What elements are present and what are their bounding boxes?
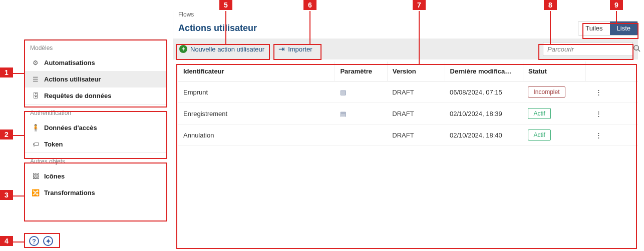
callout-4: 4: [0, 236, 13, 246]
cell-id: Enregistrement: [178, 103, 335, 124]
search-box[interactable]: [543, 42, 633, 56]
globe-icon[interactable]: ✦: [43, 236, 53, 246]
section-title: Authentification: [25, 104, 166, 120]
sidebar: Modèles ⚙ Automatisations ☰ Actions util…: [25, 39, 166, 201]
button-label: Nouvelle action utilisateur: [190, 46, 264, 53]
row-menu-button[interactable]: ⋮: [586, 124, 612, 146]
sidebar-item-requetes[interactable]: 🗄 Requêtes de données: [25, 88, 166, 104]
cell-modified: 02/10/2024, 18:40: [445, 124, 523, 146]
cell-modified: 02/10/2024, 18:39: [445, 103, 523, 124]
view-toggle: Tuiles Liste: [578, 21, 638, 36]
svg-line-1: [638, 50, 640, 52]
sidebar-item-icones[interactable]: 🖼 Icônes: [25, 168, 166, 184]
cell-id: Annulation: [178, 124, 335, 146]
cell-param: [335, 124, 387, 146]
cell-modified: 06/08/2024, 07:15: [445, 82, 523, 103]
sidebar-item-label: Requêtes de données: [44, 92, 111, 100]
search-input[interactable]: [546, 45, 633, 54]
col-status[interactable]: Statut: [523, 62, 585, 82]
actions-table: Identificateur Paramètre Version Dernièr…: [178, 62, 638, 146]
sidebar-item-actions-utilisateur[interactable]: ☰ Actions utilisateur: [25, 71, 166, 88]
section-title: Autres objets: [25, 153, 166, 168]
view-list-button[interactable]: Liste: [610, 22, 637, 35]
import-button[interactable]: ⇥ Importer: [274, 42, 316, 56]
image-icon: 🖼: [30, 172, 41, 180]
status-badge: Incomplet: [528, 86, 565, 98]
toolbar: + Nouvelle action utilisateur ⇥ Importer: [173, 38, 638, 60]
callout-7: 7: [413, 0, 426, 10]
callout-1: 1: [0, 68, 13, 78]
sidebar-item-label: Transformations: [44, 189, 95, 196]
key-icon: 🧍: [30, 124, 41, 132]
param-icon: ▤: [340, 110, 346, 118]
automation-icon: ⚙: [30, 59, 41, 66]
breadcrumb[interactable]: Flows: [178, 11, 638, 18]
sidebar-item-label: Automatisations: [44, 59, 95, 66]
section-title: Modèles: [25, 40, 166, 54]
sidebar-item-donnees-acces[interactable]: 🧍 Données d'accès: [25, 120, 166, 136]
view-tiles-button[interactable]: Tuiles: [578, 22, 609, 35]
user-action-icon: ☰: [30, 76, 41, 83]
table-row[interactable]: Enregistrement▤DRAFT02/10/2024, 18:39Act…: [178, 103, 638, 124]
search-icon[interactable]: [633, 44, 640, 54]
sidebar-item-token[interactable]: 🏷 Token: [25, 136, 166, 152]
col-spacer: [612, 62, 638, 82]
col-actions: [586, 62, 612, 82]
cell-status: Incomplet: [523, 82, 585, 103]
cell-status: Actif: [523, 103, 585, 124]
sidebar-item-transformations[interactable]: 🔀 Transformations: [25, 184, 166, 201]
page-title: Actions utilisateur: [178, 23, 257, 34]
callout-2: 2: [0, 130, 13, 140]
cell-version: DRAFT: [387, 82, 445, 103]
col-version[interactable]: Version: [387, 62, 445, 82]
cell-version: DRAFT: [387, 124, 445, 146]
sidebar-footer: ? ✦: [29, 236, 53, 246]
sidebar-section-auth: Authentification 🧍 Données d'accès 🏷 Tok…: [25, 104, 166, 152]
sidebar-item-label: Données d'accès: [44, 124, 97, 132]
status-badge: Actif: [528, 108, 550, 119]
plus-icon: +: [179, 45, 187, 53]
tag-icon: 🏷: [30, 140, 41, 148]
main-content: Flows Actions utilisateur Tuiles Liste +…: [173, 11, 638, 247]
param-icon: ▤: [340, 88, 346, 96]
row-menu-button[interactable]: ⋮: [586, 82, 612, 103]
cell-param: ▤: [335, 82, 387, 103]
col-modified[interactable]: Dernière modifica…: [445, 62, 523, 82]
table-row[interactable]: AnnulationDRAFT02/10/2024, 18:40Actif⋮: [178, 124, 638, 146]
help-icon[interactable]: ?: [29, 236, 39, 246]
data-request-icon: 🗄: [30, 92, 41, 100]
callout-8: 8: [544, 0, 557, 10]
table-row[interactable]: Emprunt▤DRAFT06/08/2024, 07:15Incomplet⋮: [178, 82, 638, 103]
callout-5: 5: [219, 0, 232, 10]
cell-param: ▤: [335, 103, 387, 124]
sidebar-section-autres: Autres objets 🖼 Icônes 🔀 Transformations: [25, 152, 166, 201]
sidebar-item-automatisations[interactable]: ⚙ Automatisations: [25, 54, 166, 71]
svg-point-0: [634, 46, 638, 50]
sidebar-item-label: Actions utilisateur: [44, 76, 101, 83]
cell-version: DRAFT: [387, 103, 445, 124]
shuffle-icon: 🔀: [30, 189, 41, 196]
button-label: Importer: [288, 46, 312, 53]
sidebar-item-label: Icônes: [44, 172, 65, 180]
cell-id: Emprunt: [178, 82, 335, 103]
callout-6: 6: [303, 0, 316, 10]
import-icon: ⇥: [278, 44, 285, 54]
cell-status: Actif: [523, 124, 585, 146]
col-id[interactable]: Identificateur: [178, 62, 335, 82]
col-param[interactable]: Paramètre: [335, 62, 387, 82]
new-user-action-button[interactable]: + Nouvelle action utilisateur: [175, 42, 268, 56]
sidebar-item-label: Token: [44, 140, 63, 148]
status-badge: Actif: [528, 130, 550, 140]
callout-9: 9: [610, 0, 623, 10]
callout-3: 3: [0, 190, 13, 200]
sidebar-section-modeles: Modèles ⚙ Automatisations ☰ Actions util…: [25, 39, 166, 104]
row-menu-button[interactable]: ⋮: [586, 103, 612, 124]
